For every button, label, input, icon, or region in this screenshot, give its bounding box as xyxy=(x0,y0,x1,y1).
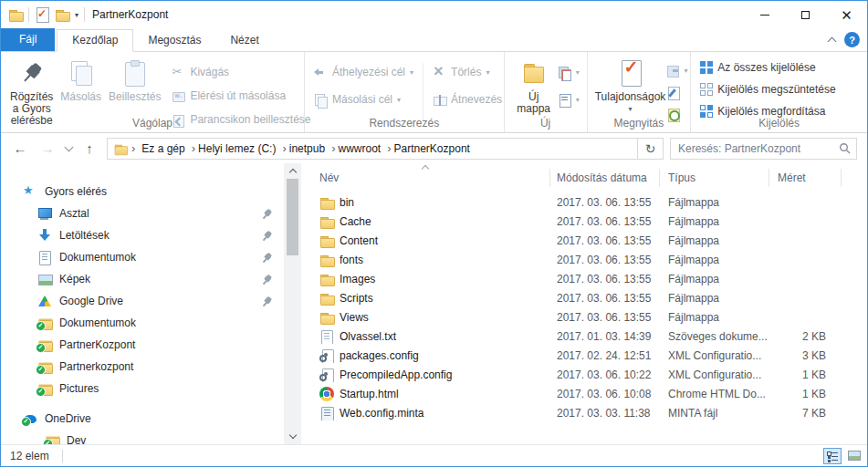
file-row[interactable]: Scripts 2017. 03. 06. 13:55 Fájlmappa xyxy=(301,288,867,307)
breadcrumb-item[interactable]: Ez a gép › xyxy=(139,141,195,155)
delete-button[interactable]: Törlés ▾ xyxy=(433,63,502,81)
column-header-size[interactable]: Méret xyxy=(769,169,842,187)
close-button[interactable]: ✕ xyxy=(826,1,867,28)
sidebar-item[interactable]: Képek xyxy=(1,268,284,290)
file-row[interactable]: Web.config.minta 2017. 03. 03. 11:38 MIN… xyxy=(301,403,867,422)
up-button[interactable]: ↑ xyxy=(76,137,103,161)
file-name-label: packages.config xyxy=(340,349,419,362)
file-modified-label: 2017. 03. 06. 13:55 xyxy=(550,234,660,247)
file-modified-label: 2017. 02. 24. 12:51 xyxy=(550,349,660,362)
details-view-button[interactable] xyxy=(823,448,842,464)
sidebar-item[interactable]: Partnerkozpont xyxy=(1,356,284,378)
back-button[interactable]: ← xyxy=(6,137,34,161)
qat-customize-caret-icon[interactable]: ▾ xyxy=(75,11,78,19)
column-header-modified[interactable]: Módosítás dátuma xyxy=(550,169,660,187)
file-name-label: Views xyxy=(340,311,369,324)
thumbnails-view-button[interactable] xyxy=(845,448,863,464)
sidebar-scrollbar[interactable] xyxy=(284,163,301,444)
chevron-down-icon xyxy=(64,142,73,151)
cut-button[interactable]: Kivágás xyxy=(172,63,310,81)
scroll-up-button[interactable] xyxy=(284,163,301,179)
select-none-button[interactable]: Kijelölés megszüntetése xyxy=(700,80,867,99)
recent-locations-button[interactable] xyxy=(61,137,76,161)
copy-path-button[interactable]: Elérési út másolása xyxy=(172,87,310,105)
sidebar-item-label: Gyors elérés xyxy=(45,185,107,198)
file-name-label: Web.config.minta xyxy=(340,407,424,420)
sidebar-item[interactable]: Pictures xyxy=(1,378,284,400)
file-row[interactable]: fonts 2017. 03. 06. 13:55 Fájlmappa xyxy=(301,250,867,269)
column-header-type[interactable]: Típus xyxy=(660,169,769,187)
edit-button[interactable] xyxy=(666,83,688,101)
tab-view[interactable]: Nézet xyxy=(215,30,273,51)
file-row[interactable]: Olvassel.txt 2017. 01. 03. 14:39 Szövege… xyxy=(301,327,867,346)
file-row[interactable]: bin 2017. 03. 06. 13:55 Fájlmappa xyxy=(301,192,867,212)
sidebar-item[interactable]: PartnerKozpont xyxy=(1,334,284,356)
open-button[interactable]: ▾ xyxy=(666,61,688,79)
select-all-button[interactable]: Az összes kijelölése xyxy=(700,58,867,77)
breadcrumb[interactable]: › Ez a gép › Helyi lemez (C:) › inetpub … xyxy=(107,138,638,160)
refresh-button[interactable]: ↻ xyxy=(638,138,664,160)
folder-icon xyxy=(319,291,334,306)
file-name-label: Content xyxy=(340,234,378,247)
new-item-button[interactable]: ▾ xyxy=(558,90,580,109)
ribbon-group-organize: Áthelyezési cél ▾ Másolási cél ▾ Törlés … xyxy=(305,52,505,132)
maximize-button[interactable] xyxy=(785,1,826,28)
file-row[interactable]: Images 2017. 03. 06. 13:55 Fájlmappa xyxy=(301,269,867,288)
synced-folder-icon xyxy=(37,337,52,352)
forward-button[interactable]: → xyxy=(34,137,61,161)
help-icon[interactable]: ? xyxy=(844,32,860,47)
file-list: bin 2017. 03. 06. 13:55 Fájlmappa Cache … xyxy=(301,192,867,422)
scissors-icon xyxy=(172,66,185,79)
sidebar-item[interactable]: Dokumentumok xyxy=(1,246,284,268)
file-size-label: 3 KB xyxy=(769,349,842,362)
collapse-ribbon-icon[interactable] xyxy=(828,36,837,46)
divider xyxy=(28,7,29,22)
file-type-label: XML Configuratio... xyxy=(660,349,769,362)
synced-folder-icon xyxy=(45,433,59,444)
breadcrumb-item[interactable]: Helyi lemez (C:) › xyxy=(195,141,287,155)
sidebar-item[interactable]: Dev xyxy=(1,430,284,444)
qat-new-folder-icon[interactable] xyxy=(55,7,69,22)
minimize-button[interactable] xyxy=(744,1,785,28)
tab-home[interactable]: Kezdőlap xyxy=(57,29,133,52)
scroll-down-button[interactable] xyxy=(284,429,301,444)
search-input[interactable] xyxy=(678,142,839,155)
easy-access-button[interactable]: ▾ xyxy=(558,63,580,81)
divider xyxy=(62,450,63,462)
file-row[interactable]: Startup.html 2017. 03. 06. 10:08 Chrome … xyxy=(301,384,867,403)
file-size-label: 1 KB xyxy=(769,388,842,400)
file-type-label: Fájlmappa xyxy=(660,273,769,285)
file-modified-label: 2017. 03. 06. 13:55 xyxy=(550,292,660,305)
sidebar-item-label: Letöltések xyxy=(59,229,110,242)
clipboard-icon xyxy=(125,60,145,86)
scrollbar-thumb[interactable] xyxy=(287,179,298,255)
file-row[interactable]: packages.config 2017. 02. 24. 12:51 XML … xyxy=(301,346,867,365)
rename-button[interactable]: Átnevezés xyxy=(433,90,502,109)
breadcrumb-item[interactable]: wwwroot › xyxy=(335,141,391,155)
sidebar-item[interactable]: Letöltések xyxy=(1,224,284,246)
file-modified-label: 2017. 03. 06. 13:55 xyxy=(550,254,660,266)
file-row[interactable]: Content 2017. 03. 06. 13:55 Fájlmappa xyxy=(301,231,867,250)
qat-properties-icon[interactable] xyxy=(35,7,49,22)
file-row[interactable]: Cache 2017. 03. 06. 13:55 Fájlmappa xyxy=(301,212,867,231)
file-modified-label: 2017. 03. 06. 13:55 xyxy=(550,196,660,209)
sidebar-item[interactable]: Dokumentumok xyxy=(1,312,284,334)
item-count-label: 12 elem xyxy=(10,450,49,462)
file-row[interactable]: PrecompiledApp.config 2017. 03. 06. 10:2… xyxy=(301,365,867,384)
file-row[interactable]: Views 2017. 03. 06. 13:55 Fájlmappa xyxy=(301,307,867,327)
breadcrumb-item[interactable]: inetpub › xyxy=(287,141,336,155)
search-icon[interactable] xyxy=(839,142,851,154)
sidebar-item[interactable]: Google Drive xyxy=(1,290,284,312)
sidebar-item[interactable]: OneDrive xyxy=(1,408,284,430)
sidebar-item[interactable]: Gyors elérés xyxy=(1,181,284,202)
sidebar-item[interactable]: Asztal xyxy=(1,202,284,224)
breadcrumb-item[interactable]: PartnerKozpont › xyxy=(392,142,473,155)
tab-share[interactable]: Megosztás xyxy=(133,30,215,51)
copy-to-button[interactable]: Másolási cél ▾ xyxy=(314,90,413,109)
move-to-button[interactable]: Áthelyezési cél ▾ xyxy=(314,63,413,81)
file-list-pane: Név Módosítás dátuma Típus Méret bin 201… xyxy=(301,163,867,444)
file-type-label: Chrome HTML Do... xyxy=(660,388,769,400)
tab-file[interactable]: Fájl xyxy=(1,28,55,51)
new-folder-icon xyxy=(522,61,546,85)
folder-icon xyxy=(319,214,334,229)
